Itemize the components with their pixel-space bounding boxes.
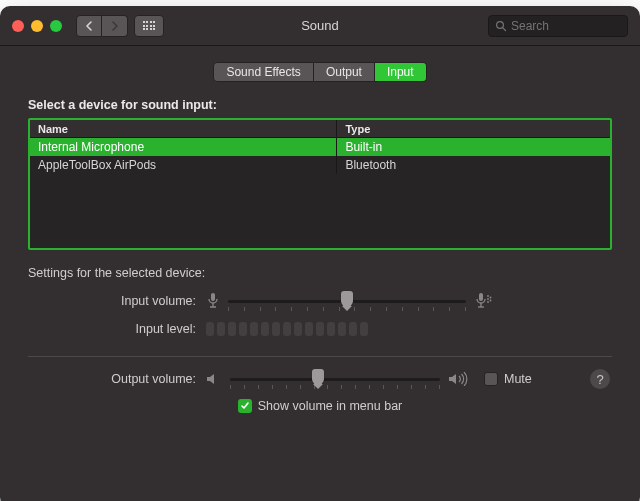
svg-rect-2 — [211, 293, 215, 301]
device-section-label: Select a device for sound input: — [28, 98, 612, 112]
input-level-label: Input level: — [28, 322, 206, 336]
device-type: Built-in — [337, 138, 610, 156]
titlebar: Sound Search — [0, 6, 640, 46]
content-area: Select a device for sound input: Name Ty… — [0, 82, 640, 336]
forward-button[interactable] — [102, 15, 128, 37]
output-volume-label: Output volume: — [28, 372, 206, 386]
tab-input[interactable]: Input — [375, 62, 427, 82]
output-volume-row: Output volume: Mute — [28, 371, 612, 387]
input-level-row: Input level: — [28, 322, 612, 336]
mute-checkbox[interactable] — [484, 372, 498, 386]
search-input[interactable]: Search — [488, 15, 628, 37]
checkmark-icon — [240, 401, 250, 411]
back-button[interactable] — [76, 15, 102, 37]
device-type: Bluetooth — [337, 156, 610, 174]
mute-label: Mute — [504, 372, 532, 386]
table-row[interactable]: Internal Microphone Built-in — [30, 138, 610, 156]
svg-point-10 — [487, 301, 489, 303]
show-all-button[interactable] — [134, 15, 164, 37]
microphone-low-icon — [206, 292, 220, 310]
device-name: Internal Microphone — [30, 138, 337, 156]
nav-buttons — [76, 15, 128, 37]
input-volume-control — [206, 292, 492, 310]
input-volume-row: Input volume: — [28, 292, 612, 310]
device-table: Name Type Internal Microphone Built-in A… — [28, 118, 612, 250]
zoom-icon[interactable] — [50, 20, 62, 32]
svg-point-8 — [487, 295, 489, 297]
input-level-meter — [206, 322, 368, 336]
svg-point-12 — [490, 300, 492, 302]
close-icon[interactable] — [12, 20, 24, 32]
grid-icon — [143, 21, 156, 30]
mute-control: Mute — [484, 372, 532, 386]
table-row[interactable]: AppleToolBox AirPods Bluetooth — [30, 156, 610, 174]
show-volume-checkbox[interactable] — [238, 399, 252, 413]
microphone-high-icon — [474, 292, 492, 310]
input-volume-label: Input volume: — [28, 294, 206, 308]
show-volume-label: Show volume in menu bar — [258, 399, 403, 413]
sound-preferences-window: Sound Search Sound Effects Output Input … — [0, 6, 640, 501]
svg-line-1 — [503, 27, 506, 30]
speaker-high-icon — [448, 372, 470, 386]
search-icon — [495, 20, 507, 32]
footer-area: Output volume: Mute — [0, 357, 640, 413]
tab-sound-effects[interactable]: Sound Effects — [213, 62, 314, 82]
settings-section-label: Settings for the selected device: — [28, 266, 612, 280]
show-volume-row: Show volume in menu bar — [28, 399, 612, 413]
help-button[interactable]: ? — [590, 369, 610, 389]
speaker-low-icon — [206, 372, 222, 386]
table-header: Name Type — [30, 120, 610, 138]
input-volume-slider[interactable] — [228, 293, 466, 309]
svg-rect-5 — [479, 293, 483, 301]
output-volume-slider[interactable] — [230, 371, 440, 387]
window-controls — [12, 20, 62, 32]
column-name[interactable]: Name — [30, 120, 337, 137]
column-type[interactable]: Type — [337, 120, 610, 137]
tab-output[interactable]: Output — [314, 62, 375, 82]
device-name: AppleToolBox AirPods — [30, 156, 337, 174]
minimize-icon[interactable] — [31, 20, 43, 32]
tab-bar: Sound Effects Output Input — [0, 62, 640, 82]
svg-point-9 — [487, 298, 489, 300]
svg-point-11 — [490, 297, 492, 299]
search-placeholder: Search — [511, 19, 549, 33]
